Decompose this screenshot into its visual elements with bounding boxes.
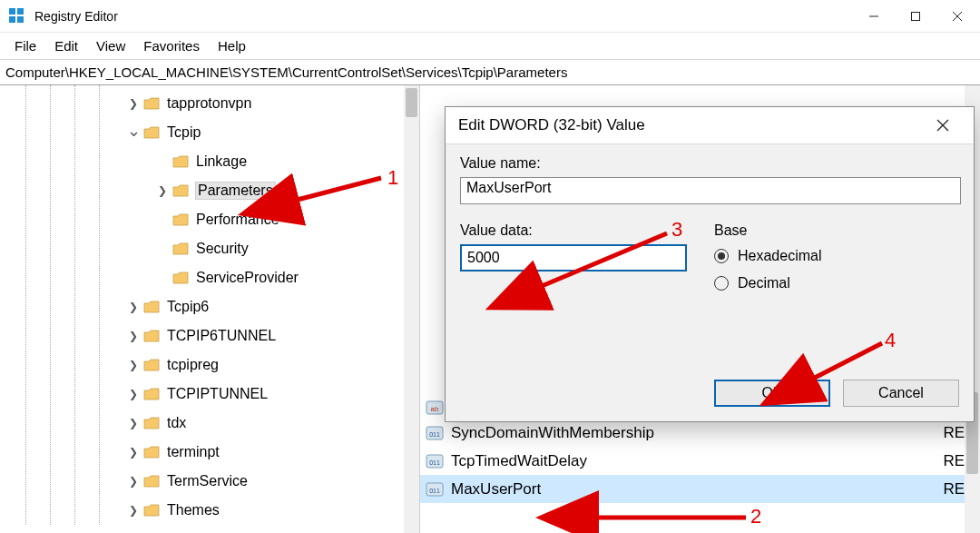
minimize-button[interactable] — [853, 0, 895, 33]
value-row[interactable]: 011MaxUserPortRE — [420, 475, 965, 503]
tree-node[interactable]: ❯Parameters — [0, 176, 404, 205]
registry-path: Computer\HKEY_LOCAL_MACHINE\SYSTEM\Curre… — [5, 64, 567, 80]
menu-view[interactable]: View — [87, 36, 134, 55]
expander-icon[interactable]: ❯ — [127, 330, 140, 342]
folder-icon — [143, 504, 160, 517]
edit-dword-dialog: Edit DWORD (32-bit) Value Value name: Ma… — [445, 106, 975, 422]
value-type-truncated: RE — [943, 480, 965, 498]
menu-help[interactable]: Help — [209, 36, 255, 55]
menu-favorites[interactable]: Favorites — [134, 36, 209, 55]
tree-node[interactable]: ❯TCPIPTUNNEL — [0, 380, 404, 409]
expander-icon[interactable]: ❯ — [156, 184, 169, 197]
string-value-icon: ab — [426, 400, 444, 416]
svg-rect-3 — [17, 16, 24, 23]
folder-icon — [143, 417, 160, 429]
value-name-field[interactable]: MaxUserPort — [460, 177, 961, 204]
tree-node[interactable]: ❯Themes — [0, 496, 404, 525]
app-icon — [9, 8, 25, 25]
tree-node[interactable]: Linkage — [0, 147, 404, 176]
tree-node[interactable]: Security — [0, 234, 404, 263]
tree-node-label: Parameters — [196, 183, 275, 199]
expander-icon[interactable]: ⌄ — [127, 121, 140, 141]
tree-node-label: tdx — [167, 415, 186, 431]
close-button[interactable] — [936, 0, 978, 33]
value-type-truncated: RE — [943, 424, 965, 442]
value-name-label: Value name: — [460, 155, 959, 172]
radio-hexadecimal[interactable]: Hexadecimal — [714, 248, 821, 264]
tree-node-label: Performance — [196, 212, 279, 228]
maximize-button[interactable] — [895, 0, 936, 33]
tree-node-label: Themes — [167, 502, 220, 518]
annotation-2: 2 — [750, 505, 761, 528]
expander-icon[interactable]: ❯ — [127, 301, 140, 313]
radio-decimal[interactable]: Decimal — [714, 275, 821, 291]
tree-node[interactable]: ⌄Tcpip — [0, 118, 404, 147]
tree-node[interactable]: ❯tdx — [0, 409, 404, 438]
svg-text:011: 011 — [429, 488, 440, 494]
tree-node[interactable]: ❯Tcpip6 — [0, 292, 404, 321]
tree-node[interactable]: ServiceProvider — [0, 263, 404, 292]
expander-icon[interactable]: ❯ — [127, 97, 140, 110]
value-row[interactable]: 011SyncDomainWithMembershipRE — [420, 419, 965, 447]
tree-node[interactable]: ❯TermService — [0, 467, 404, 496]
tree-scrollbar[interactable] — [404, 85, 419, 533]
tree-node-label: TCPIP6TUNNEL — [167, 328, 276, 344]
svg-rect-2 — [9, 16, 15, 23]
folder-icon — [172, 242, 189, 255]
expander-icon[interactable]: ❯ — [127, 359, 140, 371]
address-bar[interactable]: Computer\HKEY_LOCAL_MACHINE\SYSTEM\Curre… — [0, 60, 980, 85]
expander-icon[interactable]: ❯ — [127, 388, 140, 400]
tree-node[interactable]: ❯tapprotonvpn — [0, 89, 404, 118]
menubar: File Edit View Favorites Help — [0, 33, 980, 60]
expander-icon[interactable]: ❯ — [127, 446, 140, 459]
dword-value-icon: 011 — [426, 453, 444, 469]
folder-icon — [172, 155, 189, 168]
folder-icon — [143, 97, 160, 110]
svg-text:011: 011 — [429, 431, 440, 438]
expander-icon[interactable]: ❯ — [127, 504, 140, 517]
value-row[interactable]: 011TcpTimedWaitDelayRE — [420, 447, 965, 475]
tree-node-label: TCPIPTUNNEL — [167, 386, 268, 402]
cancel-button[interactable]: Cancel — [843, 380, 959, 407]
folder-icon — [172, 213, 189, 226]
tree-node-label: TermService — [167, 473, 248, 489]
tree-node-label: Tcpip — [167, 124, 201, 141]
value-data-label: Value data: — [460, 222, 687, 239]
tree-node[interactable]: ❯tcpipreg — [0, 350, 404, 380]
tree-node-label: terminpt — [167, 444, 220, 460]
ok-button[interactable]: OK — [714, 380, 830, 407]
dialog-title: Edit DWORD (32-bit) Value — [458, 116, 645, 134]
expander-icon[interactable]: ❯ — [127, 417, 140, 429]
value-data-input[interactable] — [460, 244, 687, 271]
tree-node-label: ServiceProvider — [196, 270, 299, 286]
dialog-close-button[interactable] — [925, 107, 961, 143]
folder-icon — [143, 388, 160, 400]
svg-rect-0 — [9, 8, 15, 15]
folder-icon — [143, 446, 160, 459]
expander-icon[interactable]: ❯ — [127, 475, 140, 488]
tree-scrollthumb[interactable] — [406, 88, 417, 117]
menu-file[interactable]: File — [5, 36, 45, 55]
radio-dec-label: Decimal — [738, 275, 790, 291]
svg-text:011: 011 — [429, 459, 440, 466]
dialog-titlebar[interactable]: Edit DWORD (32-bit) Value — [446, 107, 974, 143]
tree-node[interactable]: ❯terminpt — [0, 438, 404, 467]
folder-icon — [143, 126, 160, 139]
tree-node[interactable]: Performance — [0, 205, 404, 234]
tree-node-label: Security — [196, 241, 249, 257]
dialog-body: Value name: MaxUserPort Value data: Base… — [446, 143, 974, 421]
value-name: TcpTimedWaitDelay — [451, 452, 587, 470]
registry-tree[interactable]: ❯tapprotonvpn⌄TcpipLinkage❯ParametersPer… — [0, 85, 404, 525]
tree-node-label: tcpipreg — [167, 357, 219, 373]
tree-node-label: tapprotonvpn — [167, 95, 251, 112]
window-title: Registry Editor — [34, 9, 118, 24]
folder-icon — [143, 301, 160, 313]
tree-node-label: Linkage — [196, 153, 247, 170]
svg-rect-5 — [912, 12, 920, 20]
tree-node[interactable]: ❯TCPIP6TUNNEL — [0, 321, 404, 350]
menu-edit[interactable]: Edit — [45, 36, 87, 55]
folder-icon — [172, 184, 189, 197]
dword-value-icon: 011 — [426, 481, 444, 498]
annotation-3: 3 — [671, 218, 682, 242]
value-name: MaxUserPort — [451, 480, 541, 498]
